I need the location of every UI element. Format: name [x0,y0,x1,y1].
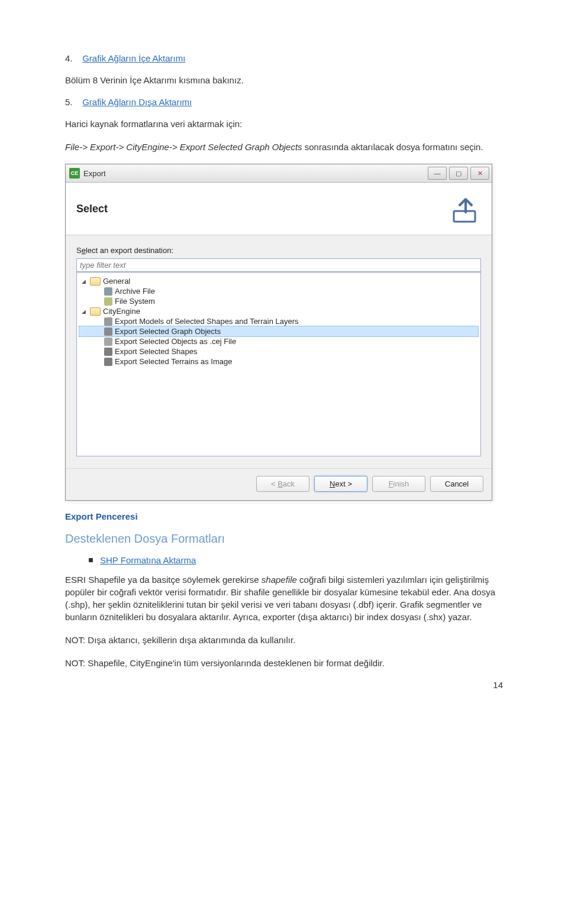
section-4-header: 4. Grafik Ağların İçe Aktarımı [65,53,503,63]
tree-label-filesystem: File System [115,297,155,306]
select-banner-title: Select [76,203,446,215]
tree-item-export-terrain[interactable]: Export Selected Terrains as Image [79,356,478,367]
tree-item-filesystem[interactable]: File System [79,296,478,306]
section-5-num: 5. [65,97,73,107]
filesystem-icon [104,297,112,306]
tree-label-archive: Archive File [115,287,155,296]
dest-label-mnemonic: e [82,246,86,255]
note-1: NOT: Dışa aktarıcı, şekillerin dışa akta… [65,634,503,646]
tree-label-export-models: Export Models of Selected Shapes and Ter… [115,317,299,326]
note-2: NOT: Shapefile, CityEngine'in tüm versiy… [65,657,503,669]
shp-description: ESRI Shapefile ya da basitçe söylemek ge… [65,573,503,623]
tree-label-general: General [103,277,130,286]
expand-icon[interactable]: ◢ [82,309,88,315]
cancel-button[interactable]: Cancel [430,476,483,492]
finish-button-label: Finish [389,479,409,488]
maximize-button[interactable]: ▢ [449,167,468,180]
section-5-path: File-> Export-> CityEngine-> Export Sele… [65,141,503,153]
tree-label-export-shapes: Export Selected Shapes [115,347,197,356]
back-button: < Back [256,476,309,492]
next-button-label: Next > [330,479,352,488]
folder-icon [90,277,101,286]
app-icon: CE [69,168,80,179]
export-menu-path: File-> Export-> CityEngine-> Export Sele… [65,142,302,152]
dialog-button-row: < Back Next > Finish Cancel [66,468,492,500]
section-5-intro: Harici kaynak formatlarına veri aktarmak… [65,118,503,130]
dest-label-pre: S [76,246,82,255]
export-icon [446,191,481,226]
page-number: 14 [65,680,503,690]
tree-label-export-graph: Export Selected Graph Objects [115,327,221,336]
supported-formats-heading: Desteklenen Dosya Formatları [65,532,503,546]
destination-label: Select an export destination: [76,246,481,255]
title-bar: CE Export — ▢ ✕ [66,164,492,183]
export-window: CE Export — ▢ ✕ Select Select an export … [65,164,492,501]
graph-icon [104,328,112,336]
tree-item-export-cej[interactable]: Export Selected Objects as .cej File [79,336,478,346]
cej-icon [104,338,112,346]
section-5-title-link[interactable]: Grafik Ağların Dışa Aktarımı [82,97,192,107]
tree-label-export-terrain: Export Selected Terrains as Image [115,357,232,366]
back-button-label: < Back [271,479,295,488]
bullet-icon [89,558,93,562]
section-4-body: Bölüm 8 Verinin İçe Aktarımı kısmına bak… [65,74,503,86]
svg-rect-0 [454,211,475,222]
section-4-num: 4. [65,53,73,63]
shapes-icon [104,317,112,326]
finish-button: Finish [372,476,425,492]
tree-item-archive[interactable]: Archive File [79,286,478,296]
shp-desc-pre: ESRI Shapefile ya da basitçe söylemek ge… [65,575,262,585]
tree-item-export-models[interactable]: Export Models of Selected Shapes and Ter… [79,316,478,326]
dest-label-post: lect an export destination: [86,246,173,255]
shp-desc-italic: shapefile [262,575,297,585]
shape-icon [104,348,112,356]
tree-folder-general[interactable]: ◢ General [79,276,478,286]
minimize-button[interactable]: — [428,167,447,180]
bullet-shp: SHP Formatına Aktarma [89,555,503,565]
filter-input[interactable] [76,258,481,272]
shp-format-link[interactable]: SHP Formatına Aktarma [100,555,196,565]
select-banner: Select [66,183,492,235]
figure-caption: Export Penceresi [65,511,503,521]
terrain-icon [104,358,112,366]
tree-folder-cityengine[interactable]: ◢ CityEngine [79,306,478,316]
section-5-header: 5. Grafik Ağların Dışa Aktarımı [65,97,503,107]
export-menu-path-suffix: sonrasında aktarılacak dosya formatını s… [302,142,483,152]
window-controls: — ▢ ✕ [428,167,489,180]
section-4-title-link[interactable]: Grafik Ağların İçe Aktarımı [82,53,185,63]
archive-icon [104,287,112,296]
destination-tree[interactable]: ◢ General Archive File File System ◢ Cit… [76,272,481,456]
expand-icon[interactable]: ◢ [82,278,88,284]
folder-icon [90,307,101,316]
window-title: Export [83,169,428,178]
window-body: Select an export destination: ◢ General … [66,235,492,468]
tree-label-export-cej: Export Selected Objects as .cej File [115,337,236,346]
close-button[interactable]: ✕ [470,167,489,180]
tree-label-cityengine: CityEngine [103,307,140,316]
tree-item-export-shapes[interactable]: Export Selected Shapes [79,346,478,356]
tree-item-export-graph[interactable]: Export Selected Graph Objects [79,326,479,337]
next-button[interactable]: Next > [314,476,367,492]
